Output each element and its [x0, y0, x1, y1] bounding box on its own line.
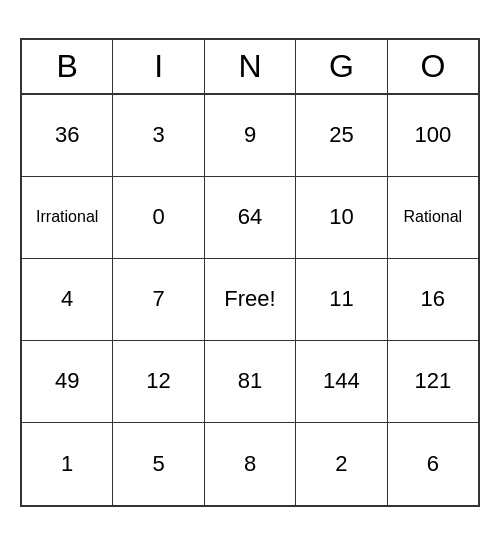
bingo-row-3: 491281144121	[22, 341, 478, 423]
bingo-cell-4-2: 8	[205, 423, 296, 505]
bingo-cell-3-1: 12	[113, 341, 204, 423]
bingo-cell-4-3: 2	[296, 423, 387, 505]
header-letter-o: O	[388, 40, 478, 95]
bingo-card: BINGO 363925100Irrational06410Rational47…	[20, 38, 480, 507]
bingo-cell-1-1: 0	[113, 177, 204, 259]
bingo-cell-0-3: 25	[296, 95, 387, 177]
bingo-cell-3-0: 49	[22, 341, 113, 423]
bingo-cell-1-0: Irrational	[22, 177, 113, 259]
bingo-cell-3-2: 81	[205, 341, 296, 423]
bingo-cell-0-0: 36	[22, 95, 113, 177]
bingo-cell-4-1: 5	[113, 423, 204, 505]
bingo-cell-2-3: 11	[296, 259, 387, 341]
bingo-cell-1-3: 10	[296, 177, 387, 259]
bingo-cell-4-4: 6	[388, 423, 478, 505]
header-letter-i: I	[113, 40, 204, 95]
bingo-row-1: Irrational06410Rational	[22, 177, 478, 259]
bingo-cell-2-4: 16	[388, 259, 478, 341]
bingo-cell-2-1: 7	[113, 259, 204, 341]
bingo-row-2: 47Free!1116	[22, 259, 478, 341]
bingo-row-4: 15826	[22, 423, 478, 505]
bingo-row-0: 363925100	[22, 95, 478, 177]
bingo-cell-3-4: 121	[388, 341, 478, 423]
bingo-cell-1-2: 64	[205, 177, 296, 259]
bingo-body: 363925100Irrational06410Rational47Free!1…	[22, 95, 478, 505]
bingo-cell-0-1: 3	[113, 95, 204, 177]
bingo-cell-4-0: 1	[22, 423, 113, 505]
bingo-cell-0-4: 100	[388, 95, 478, 177]
bingo-header: BINGO	[22, 40, 478, 95]
bingo-cell-2-2: Free!	[205, 259, 296, 341]
header-letter-n: N	[205, 40, 296, 95]
bingo-cell-0-2: 9	[205, 95, 296, 177]
bingo-cell-3-3: 144	[296, 341, 387, 423]
header-letter-g: G	[296, 40, 387, 95]
header-letter-b: B	[22, 40, 113, 95]
bingo-cell-2-0: 4	[22, 259, 113, 341]
bingo-cell-1-4: Rational	[388, 177, 478, 259]
